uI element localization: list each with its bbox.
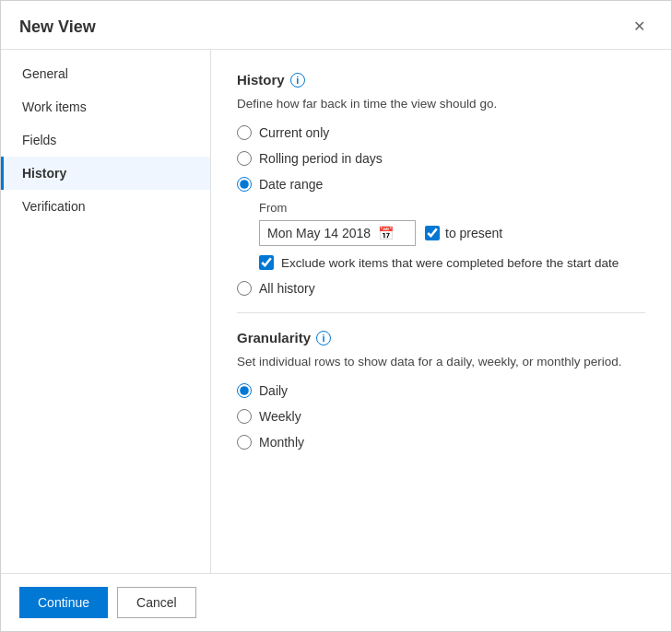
granularity-description: Set individual rows to show data for a d… (237, 355, 645, 369)
radio-weekly-input[interactable] (237, 409, 252, 424)
radio-weekly[interactable]: Weekly (237, 409, 645, 424)
section-divider (237, 312, 645, 313)
close-button[interactable]: ✕ (626, 16, 653, 38)
from-label: From (259, 201, 645, 215)
radio-date-range-input[interactable] (237, 177, 252, 192)
sidebar-item-general[interactable]: General (1, 57, 210, 90)
dialog: New View ✕ General Work items Fields His… (0, 0, 672, 632)
radio-rolling-period[interactable]: Rolling period in days (237, 151, 645, 166)
radio-daily-input[interactable] (237, 383, 252, 398)
radio-monthly[interactable]: Monthly (237, 435, 645, 450)
radio-daily[interactable]: Daily (237, 383, 645, 398)
radio-all-history-input[interactable] (237, 281, 252, 296)
to-present-row: to present (425, 226, 502, 240)
radio-rolling-period-input[interactable] (237, 151, 252, 166)
radio-current-only[interactable]: Current only (237, 125, 645, 140)
dialog-header: New View ✕ (1, 1, 671, 50)
history-description: Define how far back in time the view sho… (237, 97, 645, 111)
to-present-checkbox[interactable] (425, 226, 440, 240)
sidebar-item-history[interactable]: History (1, 157, 210, 190)
radio-all-history[interactable]: All history (237, 281, 645, 296)
sidebar-item-work-items[interactable]: Work items (1, 90, 210, 123)
exclude-checkbox[interactable] (259, 255, 274, 270)
continue-button[interactable]: Continue (19, 587, 108, 618)
exclude-checkbox-row: Exclude work items that were completed b… (259, 255, 645, 270)
date-range-content: From Mon May 14 2018 📅 to present Exclud… (259, 201, 645, 270)
date-input[interactable]: Mon May 14 2018 📅 (259, 220, 416, 246)
history-info-icon: i (290, 73, 305, 88)
dialog-title: New View (19, 18, 96, 37)
history-radio-group: Current only Rolling period in days Date… (237, 125, 645, 192)
radio-date-range[interactable]: Date range (237, 177, 645, 192)
dialog-body: General Work items Fields History Verifi… (1, 50, 671, 573)
granularity-info-icon: i (316, 331, 331, 345)
radio-current-only-input[interactable] (237, 125, 252, 140)
calendar-icon: 📅 (378, 226, 394, 240)
all-history-row: All history (237, 281, 645, 296)
sidebar: General Work items Fields History Verifi… (1, 50, 211, 573)
dialog-footer: Continue Cancel (1, 573, 671, 631)
cancel-button[interactable]: Cancel (117, 587, 196, 618)
granularity-radio-group: Daily Weekly Monthly (237, 383, 645, 450)
granularity-section-title: Granularity i (237, 330, 645, 345)
sidebar-item-verification[interactable]: Verification (1, 190, 210, 223)
main-content: History i Define how far back in time th… (211, 50, 671, 573)
history-section-title: History i (237, 72, 645, 88)
radio-monthly-input[interactable] (237, 435, 252, 450)
sidebar-item-fields[interactable]: Fields (1, 123, 210, 157)
from-row: Mon May 14 2018 📅 to present (259, 220, 645, 246)
